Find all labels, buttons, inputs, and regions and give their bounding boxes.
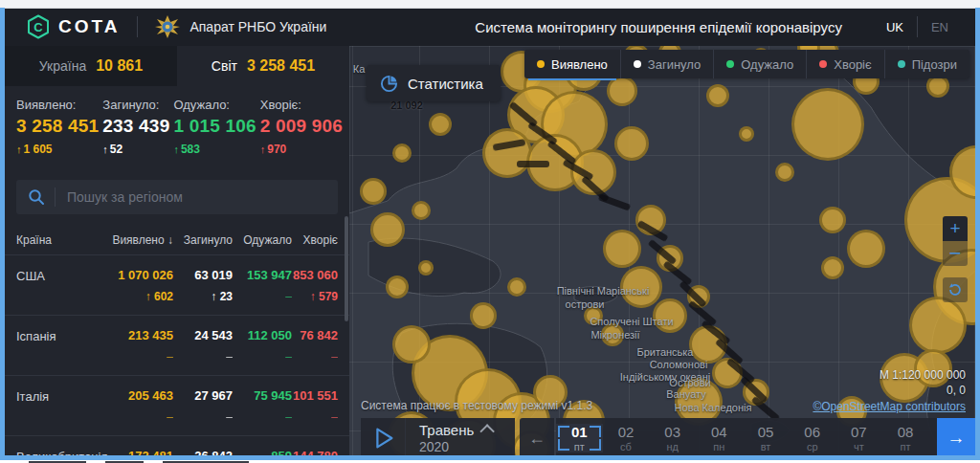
chevron-up-icon	[480, 424, 496, 439]
summary-value: 3 258 451	[16, 116, 99, 137]
case-bubble[interactable]	[507, 277, 526, 297]
value-cell: 24 543–	[173, 328, 233, 364]
case-bubble[interactable]	[614, 126, 649, 161]
statistics-button-label: Статистика	[408, 76, 483, 92]
lang-en-button[interactable]: EN	[931, 20, 948, 34]
table-row[interactable]: Італія205 463–27 967–75 945–101 551–	[5, 375, 349, 435]
case-bubble[interactable]	[470, 302, 497, 329]
table-row[interactable]: США1 070 026↑ 60263 019↑ 23153 947–853 0…	[5, 254, 349, 315]
case-bubble[interactable]	[819, 207, 846, 233]
legend-dot-icon	[537, 60, 545, 68]
table-column-header[interactable]: Виявлено ↓	[104, 233, 173, 247]
legend-label: Виявлено	[551, 57, 608, 72]
sidebar-tab-ukraine[interactable]: Україна10 861	[5, 46, 177, 86]
map[interactable]: Ка21 092Північні МаріанськіостровиСполуч…	[349, 46, 975, 458]
cell-delta: –	[292, 350, 338, 364]
legend-item-recovered[interactable]: Одужало	[713, 50, 806, 78]
case-bubble[interactable]	[603, 230, 641, 268]
value-cell: 153 947–	[233, 268, 292, 303]
logo-text: COTA	[58, 16, 120, 37]
case-bubble[interactable]	[775, 163, 794, 182]
legend-label: Підозри	[912, 57, 957, 72]
day-number: 02	[618, 424, 635, 440]
map-place-label: Острови	[669, 377, 710, 388]
legend-item-died[interactable]: Загинуло	[620, 50, 713, 78]
case-bubble[interactable]	[360, 178, 387, 205]
up-arrow-icon: ↑	[16, 143, 22, 155]
zoom-out-button[interactable]: −	[943, 241, 968, 266]
sidebar-tab-world[interactable]: Світ3 258 451	[177, 46, 349, 86]
timeline-day-05[interactable]: 05вт	[743, 424, 790, 452]
timeline-day-07[interactable]: 07чт	[835, 424, 882, 452]
table-header: КраїнаВиявлено ↓ЗагинулоОдужалоХворіє	[5, 224, 349, 254]
timeline-day-08[interactable]: 08пт	[882, 424, 929, 452]
summary-delta: ↑1 605	[16, 143, 99, 156]
value-cell: 213 435–	[104, 328, 173, 364]
zoom-in-button[interactable]: +	[943, 216, 968, 241]
case-bubble[interactable]	[791, 88, 864, 161]
case-bubble[interactable]	[739, 126, 754, 142]
case-bubble[interactable]	[706, 84, 729, 107]
map-place-label: Ка	[353, 63, 366, 75]
search-icon[interactable]	[28, 188, 45, 206]
country-cell: Італія	[16, 388, 104, 424]
summary-value: 233 439	[102, 116, 169, 137]
case-bubble[interactable]	[412, 201, 431, 220]
case-bubble[interactable]	[392, 143, 412, 163]
timeline-days: 01пт02сб03нд04пн05вт06ср07чт08пт09сб	[556, 418, 975, 458]
case-bubble[interactable]	[370, 212, 405, 247]
search-input[interactable]	[65, 188, 338, 206]
up-arrow-icon: ↑	[260, 143, 266, 155]
timeline-play-button[interactable]	[361, 418, 406, 458]
case-bubble[interactable]	[418, 260, 434, 276]
search-divider	[55, 187, 56, 207]
cell-value: 101 551	[292, 388, 338, 403]
cell-delta: –	[173, 410, 233, 424]
header-divider	[137, 16, 138, 37]
timeline-day-02[interactable]: 02сб	[603, 424, 650, 452]
case-bubble[interactable]	[386, 276, 409, 298]
sidebar-scrollbar[interactable]	[345, 216, 348, 321]
app-window: C COTA Апарат РНБО України Система моніт…	[0, 0, 980, 463]
day-weekday: вт	[761, 441, 771, 452]
legend-item-sick[interactable]: Хворіє	[806, 50, 883, 78]
osm-attribution-link[interactable]: ©OpenStreetMap contributors	[813, 400, 966, 413]
case-bubble[interactable]	[429, 113, 452, 136]
timeline-day-04[interactable]: 04пн	[696, 424, 743, 452]
timeline-day-03[interactable]: 03нд	[649, 424, 696, 452]
timeline-day-01[interactable]: 01пт	[556, 424, 603, 452]
refresh-map-button[interactable]	[943, 277, 968, 302]
table-column-header: Загинуло	[173, 233, 233, 247]
value-cell: 859–	[233, 449, 292, 458]
cota-logo-icon: C	[26, 14, 51, 39]
case-bubble[interactable]	[392, 325, 431, 364]
case-bubble[interactable]	[909, 297, 967, 354]
cell-delta: ↑ 579	[292, 290, 338, 303]
country-cell: США	[16, 268, 104, 303]
timeline-next-button[interactable]: →	[937, 418, 975, 458]
day-weekday: нд	[666, 441, 679, 452]
legend-label: Загинуло	[648, 57, 701, 72]
legend-item-suspected[interactable]: Підозри	[884, 50, 969, 78]
summary-card-detected: Виявлено:3 258 451↑1 605	[16, 98, 102, 156]
table-row[interactable]: Великобританія172 481–26 842–859–144 780…	[5, 435, 349, 458]
statistics-button[interactable]: Статистика	[367, 65, 501, 101]
value-cell: 172 481–	[104, 449, 173, 458]
up-arrow-icon: ↑	[102, 143, 108, 155]
case-bubble[interactable]	[847, 230, 885, 268]
summary-cards: Виявлено:3 258 451↑1 605Загинуло:233 439…	[5, 86, 349, 166]
case-bubble[interactable]	[821, 256, 844, 279]
case-bubble[interactable]	[482, 128, 532, 178]
timeline-prev-button[interactable]: ←	[520, 418, 554, 458]
test-mode-notice: Система працює в тестовому режимі v1.1.3	[361, 399, 592, 412]
legend-item-detected[interactable]: Виявлено	[524, 50, 620, 78]
timeline: Травень 2020 ← 01пт02сб03нд04пн05вт06ср0…	[361, 418, 975, 458]
lang-uk-button[interactable]: UK	[886, 20, 903, 34]
month-selector[interactable]: Травень 2020	[406, 418, 515, 458]
timeline-day-06[interactable]: 06ср	[789, 424, 835, 452]
cell-value: 112 050	[233, 328, 292, 342]
table-row[interactable]: Іспанія213 435–24 543–112 050–76 842–	[5, 315, 349, 375]
value-cell: 27 967–	[173, 388, 233, 424]
summary-value: 1 015 106	[173, 116, 256, 137]
map-place-label: Британська	[637, 346, 694, 358]
